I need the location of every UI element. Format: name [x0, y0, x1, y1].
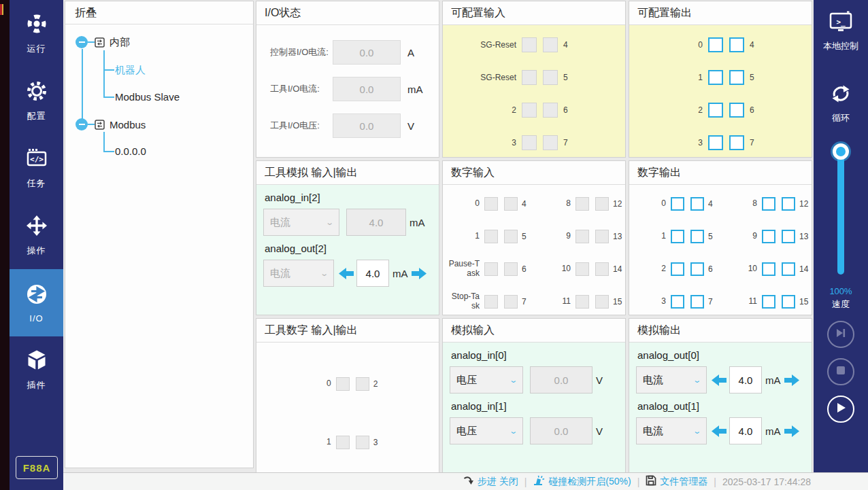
tree-item-modbus-address[interactable]: 0.0.0.0	[115, 145, 146, 157]
panel-title: 工具数字 输入|输出	[256, 319, 439, 343]
speed-slider	[814, 143, 868, 277]
checkbox-config-out[interactable]	[729, 135, 744, 150]
decrement-arrow-icon[interactable]	[339, 267, 354, 280]
checkbox-digital-in	[484, 295, 498, 309]
tool-io-voltage-field	[333, 113, 401, 138]
collision-detection-status[interactable]: 碰撞检测开启(50%)	[533, 475, 631, 488]
sidebar-item-operate[interactable]: 操作	[10, 202, 63, 269]
checkbox-digital-out[interactable]	[671, 295, 684, 309]
separator: |	[714, 476, 716, 487]
checkbox-config-out[interactable]	[729, 37, 744, 52]
increment-arrow-icon[interactable]	[784, 425, 799, 438]
checkbox-digital-out[interactable]	[782, 197, 795, 211]
tree-item-robot[interactable]: 机器人	[115, 64, 146, 77]
checkbox-digital-out[interactable]	[690, 197, 704, 211]
sidebar-item-run[interactable]: 运行	[10, 0, 63, 67]
field-label: 控制器I/O电流:	[270, 46, 333, 58]
io-label: 0	[629, 40, 703, 50]
checkbox-digital-in	[595, 230, 609, 243]
chevron-down-icon: ⌄	[320, 269, 329, 278]
robot-model-badge[interactable]: F88A	[16, 456, 58, 479]
checkbox-digital-in	[484, 230, 498, 243]
io-label: 6	[563, 105, 568, 115]
checkbox-digital-out[interactable]	[782, 262, 795, 276]
checkbox-digital-out[interactable]	[671, 197, 684, 211]
tree-node-label[interactable]: 内部	[110, 36, 130, 49]
analog-in-0-mode-select[interactable]: 电压⌄	[450, 366, 523, 393]
checkbox-digital-out[interactable]	[690, 295, 704, 309]
checkbox-digital-out[interactable]	[762, 197, 775, 211]
checkbox-config-out[interactable]	[708, 70, 723, 85]
checkbox-config-out[interactable]	[729, 103, 744, 118]
checkbox-config-out[interactable]	[708, 103, 723, 118]
sidebar-item-io[interactable]: I/O	[10, 269, 63, 336]
checkbox-config-in	[522, 70, 537, 85]
speed-slider-track[interactable]	[837, 149, 844, 275]
collapse-toggle-icon[interactable]	[76, 118, 88, 130]
tree-item-modbus-slave[interactable]: Modbus Slave	[115, 91, 180, 103]
tool-analog-out-value-field[interactable]	[356, 260, 389, 287]
chevron-down-icon: ⌄	[509, 427, 518, 436]
tree-connector	[103, 97, 114, 98]
loop-button[interactable]: 循环	[829, 82, 852, 124]
step-mode-status[interactable]: 步进 关闭	[463, 475, 518, 488]
config-input-row: 2 6	[443, 94, 625, 126]
svg-text:</>: </>	[30, 155, 44, 164]
skip-button[interactable]	[827, 321, 854, 348]
checkbox-digital-out[interactable]	[762, 295, 775, 309]
speed-slider-handle[interactable]	[833, 143, 849, 160]
panel-title: 数字输入	[443, 161, 625, 185]
checkbox-digital-out[interactable]	[671, 230, 684, 243]
tree-collapse-header[interactable]: 折叠	[65, 1, 253, 24]
analog-out-0-value-field[interactable]	[729, 366, 762, 393]
content-row: 折叠 内部	[63, 0, 868, 472]
io-label: SG-Reset	[443, 40, 516, 50]
stop-button[interactable]	[827, 358, 854, 385]
panel-analog-output: 模拟输出 analog_out[0] 电流⌄	[629, 318, 812, 473]
checkbox-config-out[interactable]	[708, 37, 723, 52]
file-manager-button[interactable]: 文件管理器	[646, 475, 707, 488]
analog-out-0-mode-select[interactable]: 电流⌄	[636, 366, 707, 393]
chevron-down-icon: ⌄	[692, 427, 701, 436]
io-label: 6	[750, 105, 754, 115]
increment-arrow-icon[interactable]	[412, 267, 427, 280]
checkbox-digital-out[interactable]	[690, 230, 704, 243]
config-output-row: 2 6	[629, 94, 812, 126]
play-button[interactable]	[827, 396, 854, 423]
checkbox-digital-out[interactable]	[671, 262, 684, 276]
checkbox-digital-out[interactable]	[782, 230, 795, 243]
sidebar-item-label: 插件	[27, 379, 46, 391]
checkbox-digital-out[interactable]	[690, 262, 704, 276]
sidebar-item-config[interactable]: 配置	[10, 67, 63, 135]
checkbox-tool-digital	[336, 377, 350, 391]
digital-input-row: 15 913	[443, 220, 625, 253]
io-label: 5	[563, 73, 568, 82]
screen-edge-strip	[0, 0, 10, 490]
panel-configurable-input: 可配置输入 SG-Reset 4 SG-Reset 5	[442, 1, 626, 158]
panel-tool-digital: 工具数字 输入|输出 0 2 1 3	[256, 318, 439, 473]
sidebar-item-task[interactable]: </> 任务	[10, 135, 63, 202]
tree-node-label[interactable]: Modbus	[110, 119, 146, 130]
checkbox-config-in	[543, 37, 558, 52]
sidebar-item-plugin[interactable]: 插件	[10, 336, 63, 404]
tree-connector	[88, 124, 95, 125]
analog-in-1-mode-select[interactable]: 电压⌄	[450, 417, 523, 444]
decrement-arrow-icon[interactable]	[712, 425, 727, 438]
unit-label: V	[596, 425, 603, 437]
decrement-arrow-icon[interactable]	[712, 374, 727, 387]
checkbox-config-out[interactable]	[708, 135, 723, 150]
analog-out-1-mode-select[interactable]: 电流⌄	[636, 417, 707, 444]
tree-connector	[103, 50, 105, 98]
checkbox-digital-out[interactable]	[782, 295, 795, 309]
checkbox-config-out[interactable]	[729, 70, 744, 85]
increment-arrow-icon[interactable]	[784, 374, 799, 387]
checkbox-digital-out[interactable]	[762, 262, 775, 276]
analog-out-1-value-field[interactable]	[729, 417, 762, 444]
checkbox-digital-out[interactable]	[762, 230, 775, 243]
checkbox-digital-in	[575, 262, 589, 276]
collision-icon	[533, 475, 545, 488]
collapse-toggle-icon[interactable]	[76, 36, 88, 48]
io-label: 1	[629, 73, 703, 82]
local-control-button[interactable]: >_ 本地控制	[823, 11, 858, 52]
panel-tool-analog: 工具模拟 输入|输出 analog_in[2] 电流⌄ mA an	[256, 160, 439, 315]
